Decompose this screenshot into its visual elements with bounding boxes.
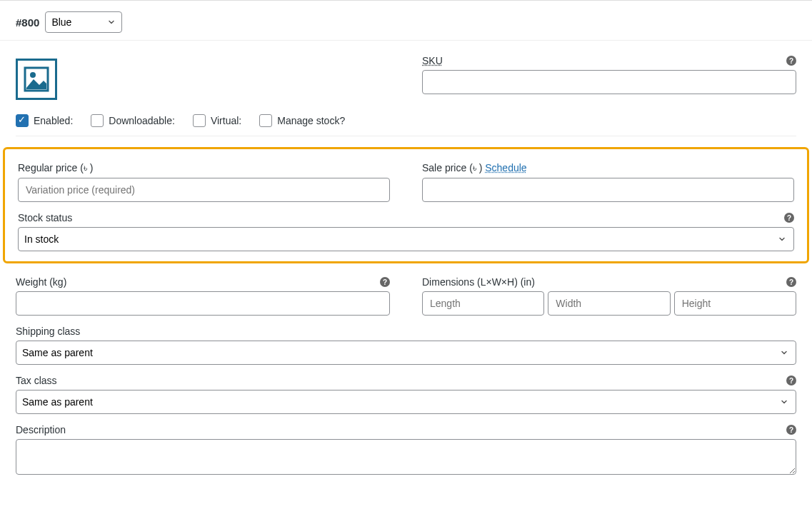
variation-id: #800 [16, 16, 39, 29]
schedule-link[interactable]: Schedule [485, 162, 526, 173]
help-icon[interactable]: ? [786, 56, 796, 66]
attribute-select[interactable]: Blue [45, 11, 122, 33]
enabled-checkbox-input[interactable] [16, 114, 29, 127]
help-icon[interactable]: ? [784, 213, 794, 223]
stock-status-select[interactable]: In stock [18, 227, 794, 251]
enabled-label: Enabled: [34, 115, 73, 126]
regular-price-label: Regular price (৳ ) [18, 162, 93, 174]
virtual-checkbox-input[interactable] [193, 114, 206, 127]
description-textarea[interactable] [16, 439, 796, 475]
tax-class-select[interactable]: Same as parent [16, 390, 796, 414]
sale-price-input[interactable] [422, 178, 794, 202]
virtual-label: Virtual: [211, 115, 241, 126]
regular-price-input[interactable] [18, 178, 390, 202]
manage-stock-label: Manage stock? [277, 115, 345, 126]
enabled-checkbox[interactable]: Enabled: [16, 114, 73, 127]
width-input[interactable] [548, 291, 670, 316]
sale-price-label: Sale price (৳ ) [422, 162, 485, 173]
shipping-class-select[interactable]: Same as parent [16, 341, 796, 365]
downloadable-checkbox-input[interactable] [91, 114, 104, 127]
sku-label: SKU [422, 55, 443, 66]
svg-point-1 [30, 72, 36, 78]
downloadable-checkbox[interactable]: Downloadable: [91, 114, 175, 127]
image-placeholder-icon [22, 65, 51, 94]
variation-image-upload[interactable] [16, 59, 57, 100]
manage-stock-checkbox-input[interactable] [259, 114, 272, 127]
weight-label: Weight (kg) [16, 276, 66, 288]
sku-input[interactable] [422, 70, 796, 94]
height-input[interactable] [674, 291, 796, 316]
help-icon[interactable]: ? [786, 376, 796, 385]
downloadable-label: Downloadable: [109, 115, 175, 126]
shipping-class-label: Shipping class [16, 326, 80, 337]
description-label: Description [16, 424, 66, 435]
virtual-checkbox[interactable]: Virtual: [193, 114, 241, 127]
length-input[interactable] [422, 291, 544, 316]
dimensions-label: Dimensions (L×W×H) (in) [422, 276, 535, 288]
help-icon[interactable]: ? [786, 425, 796, 435]
tax-class-label: Tax class [16, 375, 57, 386]
weight-input[interactable] [16, 291, 390, 316]
manage-stock-checkbox[interactable]: Manage stock? [259, 114, 345, 127]
stock-status-label: Stock status [18, 212, 72, 223]
help-icon[interactable]: ? [786, 277, 796, 287]
help-icon[interactable]: ? [380, 277, 390, 287]
pricing-highlight: Regular price (৳ ) Sale price (৳ ) Sched… [3, 147, 809, 263]
